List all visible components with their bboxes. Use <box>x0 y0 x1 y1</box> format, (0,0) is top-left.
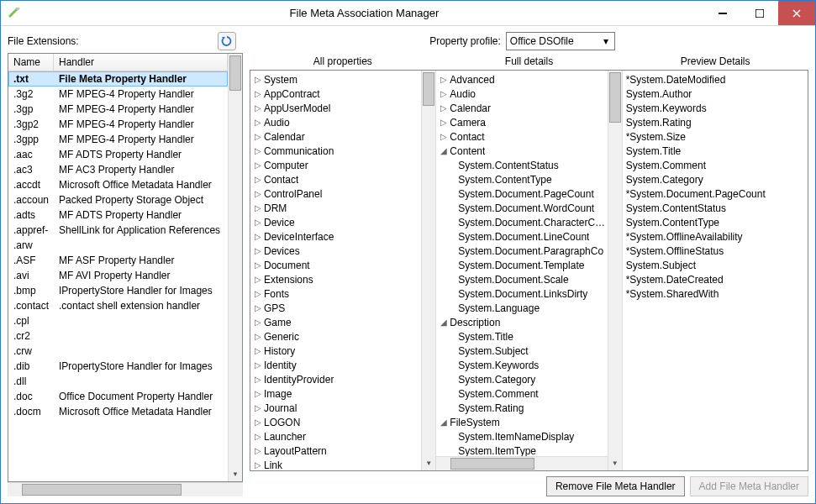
horizontal-scrollbar[interactable] <box>8 482 243 496</box>
table-row[interactable]: .appref-ShellLink for Application Refere… <box>8 223 228 238</box>
list-item[interactable]: *System.Document.PageCount <box>623 186 808 201</box>
table-row[interactable]: .docOffice Document Property Handler <box>8 389 228 404</box>
tree-item[interactable]: System.ItemType <box>436 444 607 456</box>
minimize-button[interactable] <box>704 1 741 25</box>
tree-item[interactable]: ▷History <box>250 344 421 358</box>
list-item[interactable]: System.ContentType <box>623 215 808 229</box>
tree-item[interactable]: ▷Device <box>250 215 421 229</box>
table-row[interactable]: .dll <box>8 374 228 389</box>
tree-item[interactable]: ◢Content <box>436 144 607 158</box>
tree-item[interactable]: ▷Document <box>250 258 421 272</box>
table-row[interactable]: .accdtMicrosoft Office Metadata Handler <box>8 177 228 192</box>
tree-item[interactable]: System.Document.Template <box>436 258 607 272</box>
tree-item[interactable]: ▷Launcher <box>250 429 421 444</box>
tree-item[interactable]: ▷DeviceInterface <box>250 229 421 244</box>
table-row[interactable]: .ac3MF AC3 Property Handler <box>8 162 228 177</box>
table-row[interactable]: .arw <box>8 238 228 253</box>
tree-item[interactable]: ▷Communication <box>250 144 421 158</box>
list-item[interactable]: *System.DateModified <box>623 72 808 87</box>
list-item[interactable]: System.ContentStatus <box>623 201 808 215</box>
tree-item[interactable]: System.Keywords <box>436 358 607 372</box>
tree-item[interactable]: ▷Contact <box>436 129 607 144</box>
list-item[interactable]: *System.OfflineAvailability <box>623 229 808 244</box>
tree-item[interactable]: ▷LayoutPattern <box>250 444 421 458</box>
tree-item[interactable]: System.Document.CharacterCou <box>436 215 607 229</box>
table-row[interactable]: .3gppMF MPEG-4 Property Handler <box>8 132 228 147</box>
tree-item[interactable]: ▷AppUserModel <box>250 101 421 115</box>
tree-item[interactable]: ◢FileSystem <box>436 415 607 429</box>
tree-item[interactable]: ▷Journal <box>250 401 421 415</box>
list-item[interactable]: System.Title <box>623 144 808 158</box>
tree-item[interactable]: ▷Audio <box>436 87 607 101</box>
list-item[interactable]: System.Comment <box>623 158 808 172</box>
tree-item[interactable]: ▷Fonts <box>250 286 421 301</box>
tree-item[interactable]: ▷System <box>250 72 421 87</box>
tree-item[interactable]: System.ContentStatus <box>436 158 607 172</box>
close-button[interactable] <box>778 1 815 25</box>
tree-item[interactable]: ▷Advanced <box>436 72 607 87</box>
list-item[interactable]: System.Subject <box>623 258 808 272</box>
list-item[interactable]: System.Keywords <box>623 101 808 115</box>
tree-item[interactable]: System.Document.WordCount <box>436 201 607 215</box>
tree-item[interactable]: ▷Game <box>250 315 421 329</box>
tree-item[interactable]: System.Document.LineCount <box>436 229 607 244</box>
property-profile-combo[interactable]: Office DSOfile ▾ <box>506 32 615 50</box>
tree-item[interactable]: ▷Contact <box>250 172 421 186</box>
tree-item[interactable]: ▷Camera <box>436 115 607 129</box>
table-row[interactable]: .3gp2MF MPEG-4 Property Handler <box>8 117 228 132</box>
table-row[interactable]: .cpl <box>8 313 228 328</box>
table-row[interactable]: .accounPacked Property Storage Object <box>8 192 228 207</box>
table-row[interactable]: .aacMF ADTS Property Handler <box>8 147 228 162</box>
tree-item[interactable]: ▷Link <box>250 458 421 470</box>
vertical-scrollbar[interactable]: ▲▼ <box>421 71 435 470</box>
tree-item[interactable]: System.Document.ParagraphCo <box>436 244 607 258</box>
tree-item[interactable]: ▷Calendar <box>250 129 421 144</box>
tree-item[interactable]: System.Category <box>436 372 607 386</box>
table-row[interactable]: .adtsMF ADTS Property Handler <box>8 207 228 223</box>
tree-item[interactable]: ▷Audio <box>250 115 421 129</box>
table-row[interactable]: .txtFile Meta Property Handler <box>8 71 228 87</box>
tree-item[interactable]: ▷ControlPanel <box>250 186 421 201</box>
list-item[interactable]: *System.DateCreated <box>623 272 808 286</box>
horizontal-scrollbar[interactable] <box>436 456 607 470</box>
list-item[interactable]: *System.Size <box>623 129 808 144</box>
tree-item[interactable]: System.Document.Scale <box>436 272 607 286</box>
table-row[interactable]: .ASFMF ASF Property Handler <box>8 253 228 268</box>
tree-item[interactable]: System.Comment <box>436 386 607 401</box>
tree-item[interactable]: ▷Identity <box>250 358 421 372</box>
tree-item[interactable]: System.Language <box>436 301 607 315</box>
table-row[interactable]: .cr2 <box>8 328 228 344</box>
table-row[interactable]: .aviMF AVI Property Handler <box>8 268 228 283</box>
tree-item[interactable]: System.Subject <box>436 344 607 358</box>
table-row[interactable]: .dibIPropertyStore Handler for Images <box>8 359 228 374</box>
list-item[interactable]: *System.SharedWith <box>623 286 808 301</box>
tree-item[interactable]: System.Title <box>436 329 607 344</box>
column-name[interactable]: Name <box>8 54 54 71</box>
list-item[interactable]: System.Rating <box>623 115 808 129</box>
table-row[interactable]: .docmMicrosoft Office Metadata Handler <box>8 404 228 419</box>
column-handler[interactable]: Handler <box>54 54 228 71</box>
table-row[interactable]: .3gpMF MPEG-4 Property Handler <box>8 102 228 117</box>
table-row[interactable]: .contact.contact shell extension handler <box>8 298 228 313</box>
tree-item[interactable]: ▷GPS <box>250 301 421 315</box>
vertical-scrollbar[interactable]: ▲▼ <box>608 71 622 470</box>
list-item[interactable]: System.Category <box>623 172 808 186</box>
tree-item[interactable]: System.Document.LinksDirty <box>436 286 607 301</box>
refresh-button[interactable] <box>218 32 236 50</box>
tree-item[interactable]: System.Document.PageCount <box>436 186 607 201</box>
tree-item[interactable]: ▷DRM <box>250 201 421 215</box>
tree-item[interactable]: ▷Calendar <box>436 101 607 115</box>
table-row[interactable]: .3g2MF MPEG-4 Property Handler <box>8 87 228 102</box>
table-row[interactable]: .bmpIPropertyStore Handler for Images <box>8 283 228 298</box>
tree-item[interactable]: System.ContentType <box>436 172 607 186</box>
tree-item[interactable]: ◢Description <box>436 315 607 329</box>
tree-item[interactable]: ▷Image <box>250 386 421 401</box>
vertical-scrollbar[interactable]: ▲ ▼ <box>228 54 242 481</box>
list-item[interactable]: *System.OfflineStatus <box>623 244 808 258</box>
tree-item[interactable]: ▷IdentityProvider <box>250 372 421 386</box>
remove-handler-button[interactable]: Remove File Meta Handler <box>546 476 685 496</box>
tree-item[interactable]: ▷Extensions <box>250 272 421 286</box>
tree-item[interactable]: System.ItemNameDisplay <box>436 429 607 444</box>
tree-item[interactable]: ▷Generic <box>250 329 421 344</box>
tree-item[interactable]: ▷Computer <box>250 158 421 172</box>
